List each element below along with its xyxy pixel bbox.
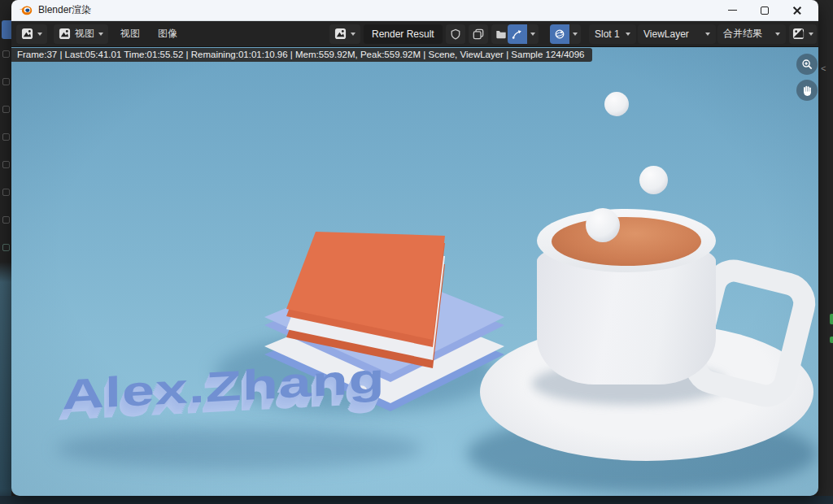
minimize-button[interactable] (716, 1, 748, 20)
image-editor-icon (21, 28, 33, 40)
magnifier-plus-icon (801, 59, 813, 71)
tool-icon (2, 244, 10, 251)
hand-icon (801, 85, 813, 97)
chevron-down-icon (530, 33, 535, 36)
image-icon (334, 28, 347, 40)
blender-render-window: Blender渲染 视图 (11, 0, 818, 496)
curve-arrow-icon (512, 28, 523, 40)
zoom-button[interactable] (796, 54, 818, 75)
screen: { "window": { "title": "Blender渲染" }, "t… (0, 0, 833, 504)
falling-sphere (586, 208, 620, 242)
tool-icon (2, 216, 10, 224)
render-pass-dropdown[interactable]: 合并结果 (717, 24, 786, 44)
render-image-button[interactable] (789, 24, 817, 44)
chevron-down-icon (573, 33, 578, 36)
render-pass-value: 合并结果 (723, 27, 762, 41)
coffee-liquid (552, 217, 701, 266)
render-stats-overlay: Frame:37 | Last:05:41.01 Time:01:55.52 |… (11, 48, 592, 62)
active-tool-highlight (2, 20, 11, 39)
render-result-viewport[interactable]: Frame:37 | Last:05:41.01 Time:01:55.52 |… (11, 47, 818, 496)
chevron-down-icon (775, 33, 780, 36)
outliner-marker (830, 314, 833, 324)
pan-button[interactable] (796, 80, 818, 101)
fake-user-button[interactable] (446, 24, 465, 44)
folder-icon (495, 28, 507, 40)
window-title: Blender渲染 (38, 3, 91, 17)
display-mode-label: 视图 (75, 27, 94, 41)
sphere-icon (554, 28, 565, 40)
chevron-down-icon (351, 33, 355, 36)
falling-sphere (604, 92, 629, 116)
chevron-down-icon (705, 33, 710, 36)
image-editor-header: 视图 视图 图像 Render Result (11, 21, 818, 47)
collapse-chevron-icon[interactable]: < (821, 63, 826, 73)
view-layer-dropdown[interactable]: ViewLayer (638, 24, 716, 44)
overlays-toggle[interactable] (550, 24, 581, 44)
window-controls (716, 1, 813, 20)
tool-icon (2, 161, 10, 168)
close-button[interactable] (781, 1, 813, 20)
maximize-button[interactable] (748, 1, 781, 20)
titlebar[interactable]: Blender渲染 (11, 0, 818, 21)
background-sidebar-strip: < (818, 0, 833, 504)
tool-icon (2, 133, 10, 141)
background-toolbar-strip (0, 0, 11, 504)
gizmo-toggle[interactable] (508, 24, 539, 44)
outliner-marker (830, 337, 833, 343)
falling-sphere (639, 166, 668, 194)
slot-value: Slot 1 (595, 28, 620, 40)
editor-type-button[interactable] (16, 24, 47, 44)
display-mode-dropdown[interactable]: 视图 (54, 24, 108, 44)
image-icon (59, 28, 71, 40)
blender-logo-icon (19, 4, 33, 16)
chevron-down-icon (809, 33, 813, 36)
tool-icon (2, 189, 10, 196)
tool-icon (2, 78, 10, 85)
shield-icon (450, 28, 461, 40)
image-datablock-browse-button[interactable] (329, 24, 360, 44)
chevron-down-icon (98, 33, 103, 36)
menu-image[interactable]: 图像 (152, 24, 183, 44)
image-icon (792, 28, 805, 40)
new-image-button[interactable] (469, 24, 488, 44)
chevron-down-icon (626, 33, 630, 36)
copy-icon (473, 28, 484, 40)
view-layer-value: ViewLayer (643, 28, 689, 40)
tool-icon (2, 106, 10, 113)
slot-dropdown[interactable]: Slot 1 (589, 24, 636, 44)
menu-view[interactable]: 视图 (115, 24, 146, 44)
image-name-field[interactable]: Render Result (364, 24, 443, 44)
background-viewport-strip (0, 496, 833, 504)
tool-icon (2, 50, 10, 58)
chevron-down-icon (37, 33, 42, 36)
